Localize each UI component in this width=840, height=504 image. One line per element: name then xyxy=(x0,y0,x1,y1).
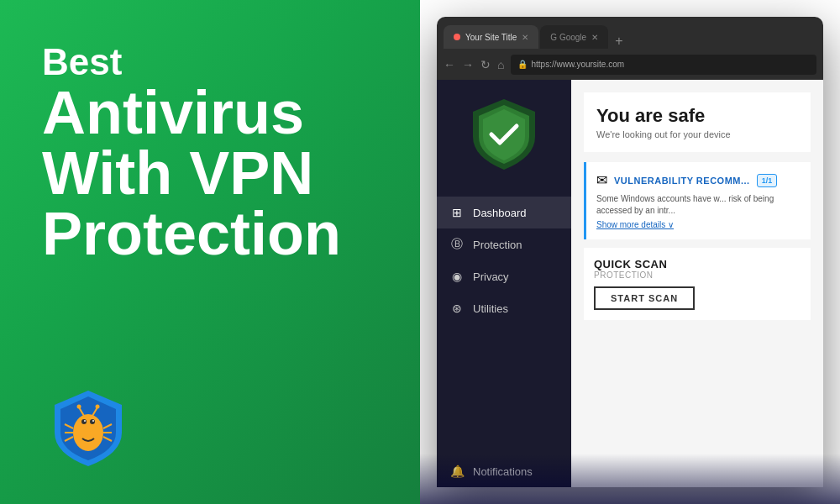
sidebar-dashboard-label: Dashboard xyxy=(473,207,527,219)
browser-window: Your Site Title ✕ G Google ✕ + ← → ↻ ⌂ � xyxy=(437,17,823,487)
headline-line1: Best xyxy=(42,42,378,82)
dashboard-icon: ⊞ xyxy=(449,205,465,220)
scan-subtitle: PROTECTION xyxy=(594,270,801,280)
sidebar-protection-label: Protection xyxy=(473,239,522,251)
sidebar-item-utilities[interactable]: ⊛ Utilities xyxy=(437,292,571,324)
sidebar-privacy-label: Privacy xyxy=(473,270,509,283)
safe-subtitle: We're looking out for your device xyxy=(596,129,798,139)
scan-card: QUICK SCAN PROTECTION START SCAN xyxy=(584,248,811,320)
protection-icon: Ⓑ xyxy=(449,237,465,252)
tab-active[interactable]: Your Site Title ✕ xyxy=(444,25,538,49)
browser-controls: ← → ↻ ⌂ 🔒 https://www.yoursite.com xyxy=(437,49,823,80)
vuln-title: VULNERABILITY RECOMM... xyxy=(614,176,750,186)
svg-point-4 xyxy=(84,420,86,422)
back-button[interactable]: ← xyxy=(444,58,455,71)
svg-point-2 xyxy=(81,419,87,424)
home-button[interactable]: ⌂ xyxy=(497,58,504,71)
tab-inactive-label: G Google xyxy=(550,33,586,42)
bug-badge-icon xyxy=(42,386,134,470)
vuln-show-more-link[interactable]: Show more details ∨ xyxy=(596,220,801,229)
browser-content: ⊞ Dashboard Ⓑ Protection ◉ Privacy ⊛ Uti… xyxy=(437,80,823,487)
main-container: Best Antivirus With VPN Protection xyxy=(0,0,840,504)
forward-button[interactable]: → xyxy=(462,58,474,71)
headline-line3: With VPN xyxy=(42,143,378,203)
scan-title: QUICK SCAN xyxy=(594,258,801,270)
av-sidebar: ⊞ Dashboard Ⓑ Protection ◉ Privacy ⊛ Uti… xyxy=(437,80,571,487)
headline-line4: Protection xyxy=(42,203,378,264)
headline: Best Antivirus With VPN Protection xyxy=(42,42,378,264)
svg-point-5 xyxy=(92,420,94,422)
sidebar-item-notifications[interactable]: 🔔 Notifications xyxy=(437,455,571,487)
av-shield xyxy=(470,97,538,176)
tab-close-btn[interactable] xyxy=(454,34,460,40)
vuln-description: Some Windows accounts have w... risk of … xyxy=(596,193,801,217)
safe-banner: You are safe We're looking out for your … xyxy=(584,92,811,152)
start-scan-button[interactable]: START SCAN xyxy=(594,286,695,310)
new-tab-button[interactable]: + xyxy=(610,34,627,49)
sidebar-item-protection[interactable]: Ⓑ Protection xyxy=(437,228,571,260)
vulnerability-card: ✉ VULNERABILITY RECOMM... 1/1 Some Windo… xyxy=(584,162,811,239)
notifications-icon: 🔔 xyxy=(449,464,465,479)
safe-title: You are safe xyxy=(596,105,798,127)
vuln-envelope-icon: ✉ xyxy=(596,172,607,188)
address-text: https://www.yoursite.com xyxy=(531,60,624,69)
sidebar-notifications-label: Notifications xyxy=(473,465,533,478)
privacy-icon: ◉ xyxy=(449,269,465,284)
av-main-content: You are safe We're looking out for your … xyxy=(571,80,823,487)
vuln-count-badge: 1/1 xyxy=(757,174,778,187)
sidebar-utilities-label: Utilities xyxy=(473,302,508,315)
tab-close-icon[interactable]: ✕ xyxy=(522,33,528,42)
tab-active-label: Your Site Title xyxy=(465,33,517,42)
svg-point-3 xyxy=(90,419,95,424)
svg-point-8 xyxy=(77,405,81,409)
address-bar[interactable]: 🔒 https://www.yoursite.com xyxy=(511,55,816,75)
sidebar-item-dashboard[interactable]: ⊞ Dashboard xyxy=(437,197,571,228)
left-section: Best Antivirus With VPN Protection xyxy=(0,0,420,504)
lock-icon: 🔒 xyxy=(517,60,528,69)
svg-point-9 xyxy=(96,405,100,409)
tab-inactive-close-icon[interactable]: ✕ xyxy=(591,33,598,42)
headline-line2: Antivirus xyxy=(42,82,378,143)
browser-tabs: Your Site Title ✕ G Google ✕ + xyxy=(437,17,823,49)
sidebar-item-privacy[interactable]: ◉ Privacy xyxy=(437,260,571,292)
browser-chrome: Your Site Title ✕ G Google ✕ + ← → ↻ ⌂ � xyxy=(437,17,823,80)
vuln-header: ✉ VULNERABILITY RECOMM... 1/1 xyxy=(596,172,801,188)
right-section: Your Site Title ✕ G Google ✕ + ← → ↻ ⌂ � xyxy=(420,0,840,504)
tab-inactive[interactable]: G Google ✕ xyxy=(540,25,608,49)
utilities-icon: ⊛ xyxy=(449,301,465,316)
badge-area xyxy=(42,386,378,470)
reload-button[interactable]: ↻ xyxy=(480,58,491,71)
shield-icon xyxy=(470,97,538,172)
